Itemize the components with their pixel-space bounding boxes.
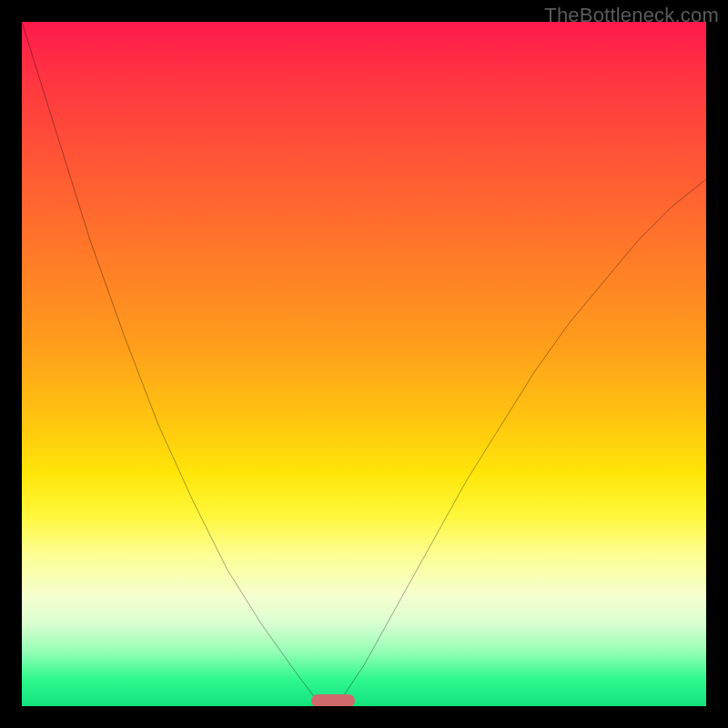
- optimal-range-marker: [311, 694, 355, 706]
- plot-area: [22, 22, 706, 706]
- bottleneck-curve: [22, 22, 706, 706]
- curve-path: [22, 22, 706, 706]
- chart-frame: TheBottleneck.com: [0, 0, 728, 728]
